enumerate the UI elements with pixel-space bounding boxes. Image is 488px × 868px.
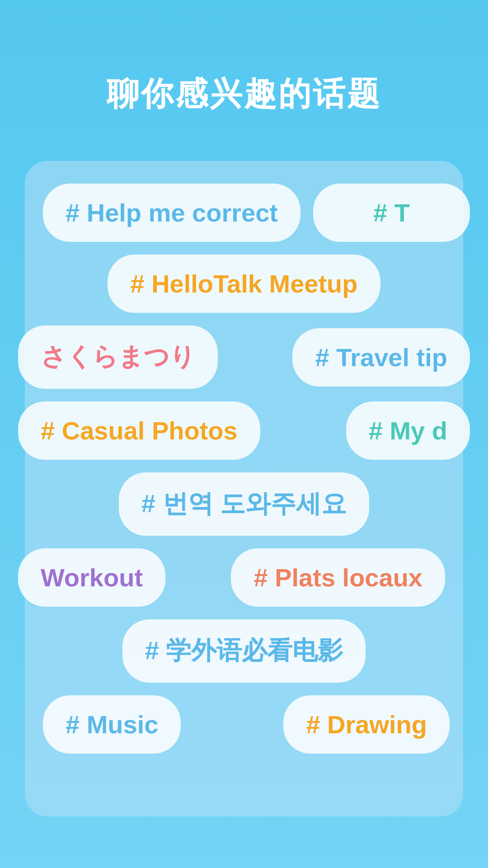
tag-learn-language-movies[interactable]: # 学外语必看电影 bbox=[122, 619, 366, 683]
tag-row-6: Workout # Plats locaux bbox=[43, 548, 445, 607]
tag-row-3: さくらまつり # Travel tip bbox=[43, 326, 445, 389]
tag-row-8: # Music # Drawing bbox=[43, 695, 445, 754]
tag-workout[interactable]: Workout bbox=[18, 548, 165, 607]
tag-row-5: # 번역 도와주세요 bbox=[43, 472, 445, 536]
tag-translation-help[interactable]: # 번역 도와주세요 bbox=[119, 472, 369, 536]
tag-row-4: # Casual Photos # My d bbox=[43, 401, 445, 460]
tag-travel-tips[interactable]: # Travel tip bbox=[292, 328, 470, 387]
tag-help-me-correct[interactable]: # Help me correct bbox=[43, 184, 300, 242]
tag-hellotalk-meetup[interactable]: # HelloTalk Meetup bbox=[108, 255, 380, 313]
tags-list: # Help me correct # T # HelloTalk Meetup… bbox=[43, 184, 445, 766]
tag-sakura-matsuri[interactable]: さくらまつり bbox=[18, 326, 218, 389]
tag-row-7: # 学外语必看电影 bbox=[43, 619, 445, 683]
tag-my-day-partial[interactable]: # My d bbox=[346, 401, 470, 460]
tag-casual-photos[interactable]: # Casual Photos bbox=[18, 401, 260, 460]
tag-drawing[interactable]: # Drawing bbox=[283, 695, 450, 754]
tag-t-partial[interactable]: # T bbox=[313, 184, 470, 242]
tag-row-1: # Help me correct # T bbox=[43, 184, 445, 242]
topics-card: # Help me correct # T # HelloTalk Meetup… bbox=[25, 161, 463, 816]
tag-music[interactable]: # Music bbox=[43, 695, 181, 754]
page-title: 聊你感兴趣的话题 bbox=[0, 0, 488, 143]
tag-plats-locaux[interactable]: # Plats locaux bbox=[231, 548, 445, 607]
tag-row-2: # HelloTalk Meetup bbox=[43, 255, 445, 313]
